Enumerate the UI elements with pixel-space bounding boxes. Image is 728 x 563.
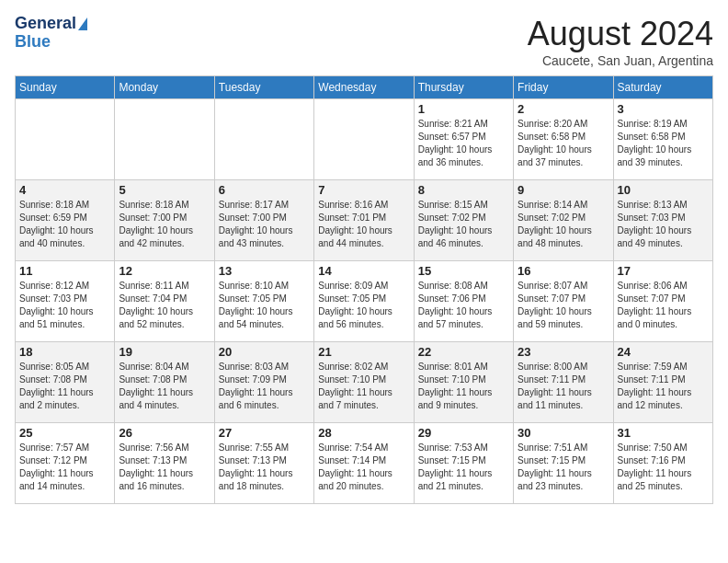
calendar-cell: 18Sunrise: 8:05 AMSunset: 7:08 PMDayligh… (16, 342, 115, 423)
calendar-cell: 13Sunrise: 8:10 AMSunset: 7:05 PMDayligh… (214, 261, 313, 342)
day-detail: Sunrise: 8:05 AMSunset: 7:08 PMDaylight:… (19, 361, 110, 412)
day-detail: Sunrise: 7:53 AMSunset: 7:15 PMDaylight:… (418, 442, 509, 493)
calendar-cell: 5Sunrise: 8:18 AMSunset: 7:00 PMDaylight… (115, 180, 214, 261)
calendar-cell: 20Sunrise: 8:03 AMSunset: 7:09 PMDayligh… (214, 342, 313, 423)
day-detail: Sunrise: 8:14 AMSunset: 7:02 PMDaylight:… (518, 199, 609, 250)
day-detail: Sunrise: 8:12 AMSunset: 7:03 PMDaylight:… (19, 280, 110, 331)
day-number: 10 (618, 183, 709, 197)
day-detail: Sunrise: 8:07 AMSunset: 7:07 PMDaylight:… (518, 280, 609, 331)
calendar-cell (115, 99, 214, 180)
calendar-cell: 16Sunrise: 8:07 AMSunset: 7:07 PMDayligh… (514, 261, 613, 342)
header-sunday: Sunday (16, 76, 115, 99)
calendar-cell: 2Sunrise: 8:20 AMSunset: 6:58 PMDaylight… (514, 99, 613, 180)
day-number: 7 (318, 183, 409, 197)
day-number: 18 (19, 345, 110, 359)
calendar-cell: 19Sunrise: 8:04 AMSunset: 7:08 PMDayligh… (115, 342, 214, 423)
day-detail: Sunrise: 8:15 AMSunset: 7:02 PMDaylight:… (418, 199, 509, 250)
location-subtitle: Caucete, San Juan, Argentina (528, 53, 713, 68)
logo-triangle-icon (78, 17, 87, 30)
day-number: 4 (19, 183, 110, 197)
day-detail: Sunrise: 8:11 AMSunset: 7:04 PMDaylight:… (119, 280, 210, 331)
day-number: 15 (418, 264, 509, 278)
calendar-cell: 9Sunrise: 8:14 AMSunset: 7:02 PMDaylight… (514, 180, 613, 261)
calendar-cell: 12Sunrise: 8:11 AMSunset: 7:04 PMDayligh… (115, 261, 214, 342)
calendar-cell: 22Sunrise: 8:01 AMSunset: 7:10 PMDayligh… (414, 342, 513, 423)
calendar-cell: 31Sunrise: 7:50 AMSunset: 7:16 PMDayligh… (613, 423, 712, 504)
calendar-cell: 17Sunrise: 8:06 AMSunset: 7:07 PMDayligh… (613, 261, 712, 342)
day-detail: Sunrise: 8:18 AMSunset: 6:59 PMDaylight:… (19, 199, 110, 250)
calendar-header-row: SundayMondayTuesdayWednesdayThursdayFrid… (16, 76, 713, 99)
day-number: 19 (119, 345, 210, 359)
header-monday: Monday (115, 76, 214, 99)
logo: General Blue (15, 15, 87, 52)
day-number: 14 (318, 264, 409, 278)
week-row-3: 11Sunrise: 8:12 AMSunset: 7:03 PMDayligh… (16, 261, 713, 342)
page-header: General Blue August 2024 Caucete, San Ju… (15, 15, 713, 68)
week-row-4: 18Sunrise: 8:05 AMSunset: 7:08 PMDayligh… (16, 342, 713, 423)
logo-general: General (15, 15, 76, 33)
day-detail: Sunrise: 7:56 AMSunset: 7:13 PMDaylight:… (119, 442, 210, 493)
day-detail: Sunrise: 8:19 AMSunset: 6:58 PMDaylight:… (618, 118, 709, 169)
day-detail: Sunrise: 7:59 AMSunset: 7:11 PMDaylight:… (618, 361, 709, 412)
calendar-cell: 14Sunrise: 8:09 AMSunset: 7:05 PMDayligh… (314, 261, 414, 342)
day-detail: Sunrise: 7:50 AMSunset: 7:16 PMDaylight:… (618, 442, 709, 493)
calendar-cell: 1Sunrise: 8:21 AMSunset: 6:57 PMDaylight… (414, 99, 513, 180)
day-number: 25 (19, 426, 110, 440)
calendar-cell (16, 99, 115, 180)
day-number: 1 (418, 102, 509, 116)
day-number: 3 (618, 102, 709, 116)
day-detail: Sunrise: 8:21 AMSunset: 6:57 PMDaylight:… (418, 118, 509, 169)
calendar-cell: 27Sunrise: 7:55 AMSunset: 7:13 PMDayligh… (214, 423, 313, 504)
day-number: 23 (518, 345, 609, 359)
day-detail: Sunrise: 8:08 AMSunset: 7:06 PMDaylight:… (418, 280, 509, 331)
day-number: 21 (318, 345, 409, 359)
day-detail: Sunrise: 7:54 AMSunset: 7:14 PMDaylight:… (318, 442, 409, 493)
day-number: 17 (618, 264, 709, 278)
day-number: 8 (418, 183, 509, 197)
day-number: 13 (219, 264, 310, 278)
day-detail: Sunrise: 8:04 AMSunset: 7:08 PMDaylight:… (119, 361, 210, 412)
day-detail: Sunrise: 8:17 AMSunset: 7:00 PMDaylight:… (219, 199, 310, 250)
day-number: 12 (119, 264, 210, 278)
calendar-cell: 29Sunrise: 7:53 AMSunset: 7:15 PMDayligh… (414, 423, 513, 504)
calendar-cell: 21Sunrise: 8:02 AMSunset: 7:10 PMDayligh… (314, 342, 414, 423)
day-detail: Sunrise: 8:13 AMSunset: 7:03 PMDaylight:… (618, 199, 709, 250)
calendar-cell: 7Sunrise: 8:16 AMSunset: 7:01 PMDaylight… (314, 180, 414, 261)
day-detail: Sunrise: 8:10 AMSunset: 7:05 PMDaylight:… (219, 280, 310, 331)
calendar-cell: 6Sunrise: 8:17 AMSunset: 7:00 PMDaylight… (214, 180, 313, 261)
day-number: 29 (418, 426, 509, 440)
day-detail: Sunrise: 7:51 AMSunset: 7:15 PMDaylight:… (518, 442, 609, 493)
day-number: 28 (318, 426, 409, 440)
day-detail: Sunrise: 8:09 AMSunset: 7:05 PMDaylight:… (318, 280, 409, 331)
day-number: 20 (219, 345, 310, 359)
month-title: August 2024 (528, 15, 713, 53)
calendar-cell: 10Sunrise: 8:13 AMSunset: 7:03 PMDayligh… (613, 180, 712, 261)
calendar-cell: 30Sunrise: 7:51 AMSunset: 7:15 PMDayligh… (514, 423, 613, 504)
calendar-cell: 15Sunrise: 8:08 AMSunset: 7:06 PMDayligh… (414, 261, 513, 342)
calendar-table: SundayMondayTuesdayWednesdayThursdayFrid… (15, 75, 713, 504)
calendar-cell (214, 99, 313, 180)
title-block: August 2024 Caucete, San Juan, Argentina (528, 15, 713, 68)
header-thursday: Thursday (414, 76, 513, 99)
day-detail: Sunrise: 8:16 AMSunset: 7:01 PMDaylight:… (318, 199, 409, 250)
week-row-5: 25Sunrise: 7:57 AMSunset: 7:12 PMDayligh… (16, 423, 713, 504)
calendar-cell: 3Sunrise: 8:19 AMSunset: 6:58 PMDaylight… (613, 99, 712, 180)
day-detail: Sunrise: 8:06 AMSunset: 7:07 PMDaylight:… (618, 280, 709, 331)
day-number: 5 (119, 183, 210, 197)
day-detail: Sunrise: 8:03 AMSunset: 7:09 PMDaylight:… (219, 361, 310, 412)
day-number: 30 (518, 426, 609, 440)
week-row-1: 1Sunrise: 8:21 AMSunset: 6:57 PMDaylight… (16, 99, 713, 180)
calendar-cell: 11Sunrise: 8:12 AMSunset: 7:03 PMDayligh… (16, 261, 115, 342)
day-number: 2 (518, 102, 609, 116)
day-number: 22 (418, 345, 509, 359)
calendar-cell: 8Sunrise: 8:15 AMSunset: 7:02 PMDaylight… (414, 180, 513, 261)
day-number: 27 (219, 426, 310, 440)
day-number: 9 (518, 183, 609, 197)
calendar-cell: 23Sunrise: 8:00 AMSunset: 7:11 PMDayligh… (514, 342, 613, 423)
day-number: 24 (618, 345, 709, 359)
day-detail: Sunrise: 8:01 AMSunset: 7:10 PMDaylight:… (418, 361, 509, 412)
day-detail: Sunrise: 7:55 AMSunset: 7:13 PMDaylight:… (219, 442, 310, 493)
day-detail: Sunrise: 8:18 AMSunset: 7:00 PMDaylight:… (119, 199, 210, 250)
calendar-cell: 28Sunrise: 7:54 AMSunset: 7:14 PMDayligh… (314, 423, 414, 504)
calendar-cell: 24Sunrise: 7:59 AMSunset: 7:11 PMDayligh… (613, 342, 712, 423)
